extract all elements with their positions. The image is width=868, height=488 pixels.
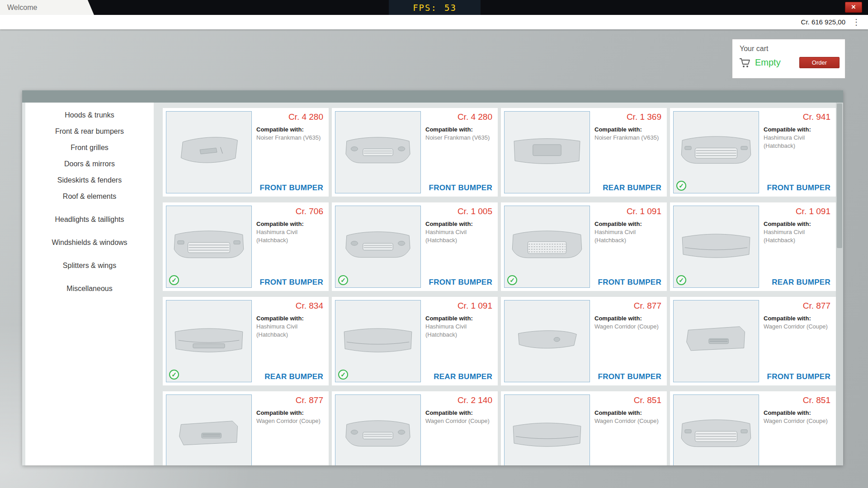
product-price: Cr. 1 005	[458, 206, 492, 216]
product-card[interactable]: Cr. 1 091 Compatible with: Hashimura Civ…	[501, 202, 667, 291]
product-compatibility: Compatible with: Hashimura Civil (Hatchb…	[594, 221, 662, 244]
product-vehicle: Hashimura Civil (Hatchback)	[256, 323, 324, 338]
product-price: Cr. 851	[634, 395, 661, 405]
product-image	[335, 394, 421, 465]
product-card[interactable]: Cr. 2 140 Compatible with: Wagen Corrido…	[332, 391, 498, 465]
sidebar-item[interactable]: Miscellaneous	[25, 281, 154, 297]
product-card[interactable]: Cr. 877 Compatible with: Wagen Corridor …	[163, 391, 329, 465]
product-compatibility: Compatible with: Wagen Corridor (Coupe)	[425, 409, 493, 425]
window-title-bar: Welcome FPS: 53 ✕	[0, 0, 868, 15]
product-compatibility: Compatible with: Wagen Corridor (Coupe)	[594, 315, 662, 331]
product-card[interactable]: Cr. 4 280 Compatible with: Noiser Frankm…	[163, 108, 329, 197]
product-compatibility: Compatible with: Hashimura Civil (Hatchb…	[256, 315, 324, 338]
product-type: FRONT BUMPER	[429, 278, 492, 287]
compatible-label: Compatible with:	[764, 409, 831, 416]
product-image	[335, 111, 421, 193]
product-compatibility: Compatible with: Wagen Corridor (Coupe)	[256, 409, 324, 425]
shop-panel: Hoods & trunks Front & rear bumpers Fron…	[22, 90, 843, 465]
product-type: FRONT BUMPER	[259, 183, 323, 192]
cart-panel: Your cart Empty Order	[732, 39, 845, 79]
product-compatibility: Compatible with: Noiser Frankman (V635)	[594, 126, 662, 142]
order-button[interactable]: Order	[799, 57, 840, 68]
shop-panel-header	[22, 90, 843, 103]
product-price: Cr. 4 280	[458, 112, 492, 122]
product-vehicle: Hashimura Civil (Hatchback)	[256, 228, 324, 244]
compatible-label: Compatible with:	[425, 221, 493, 227]
product-type: REAR BUMPER	[603, 183, 661, 192]
product-image	[335, 206, 421, 288]
product-image	[166, 206, 252, 288]
product-price: Cr. 834	[296, 301, 323, 311]
sidebar-item[interactable]: Splitters & wings	[25, 258, 154, 274]
tab-welcome[interactable]: Welcome	[0, 0, 94, 15]
product-compatibility: Compatible with: Noiser Frankman (V635)	[425, 126, 493, 142]
product-price: Cr. 877	[634, 301, 661, 311]
owned-check-icon: ✓	[507, 275, 517, 285]
product-vehicle: Hashimura Civil (Hatchback)	[425, 323, 493, 338]
sidebar-item[interactable]: Sideskirts & fenders	[25, 172, 154, 188]
product-vehicle: Wagen Corridor (Coupe)	[764, 323, 831, 331]
product-card[interactable]: Cr. 1 091 Compatible with: Hashimura Civ…	[332, 297, 498, 385]
compatible-label: Compatible with:	[425, 409, 493, 416]
sidebar-item[interactable]: Windshields & windows	[25, 235, 154, 251]
product-card[interactable]: Cr. 1 369 Compatible with: Noiser Frankm…	[501, 108, 667, 197]
product-price: Cr. 4 280	[288, 112, 323, 122]
scrollbar-track[interactable]	[836, 103, 843, 465]
product-image	[504, 111, 590, 193]
sidebar-item[interactable]: Front & rear bumpers	[25, 123, 154, 140]
fps-value: 53	[444, 3, 457, 13]
product-image	[166, 300, 252, 382]
owned-check-icon: ✓	[169, 370, 179, 380]
product-compatibility: Compatible with: Hashimura Civil (Hatchb…	[764, 221, 831, 244]
product-vehicle: Hashimura Civil (Hatchback)	[764, 228, 831, 244]
close-icon: ✕	[851, 4, 856, 10]
sidebar-item[interactable]: Roof & elements	[25, 188, 154, 205]
product-vehicle: Wagen Corridor (Coupe)	[764, 417, 831, 425]
scrollbar-thumb[interactable]	[837, 103, 842, 248]
sidebar-item[interactable]: Hoods & trunks	[25, 107, 154, 123]
owned-check-icon: ✓	[338, 275, 348, 285]
cart-title: Your cart	[740, 45, 845, 53]
menu-kebab-icon[interactable]: ⋮	[852, 15, 861, 29]
owned-check-icon: ✓	[338, 370, 348, 380]
product-grid: Cr. 4 280 Compatible with: Noiser Frankm…	[163, 103, 836, 465]
product-card[interactable]: Cr. 851 Compatible with: Wagen Corridor …	[670, 391, 836, 465]
product-card[interactable]: Cr. 4 280 Compatible with: Noiser Frankm…	[332, 108, 498, 197]
product-type: FRONT BUMPER	[767, 372, 830, 381]
product-price: Cr. 1 369	[627, 112, 661, 122]
product-vehicle: Wagen Corridor (Coupe)	[256, 417, 324, 425]
compatible-label: Compatible with:	[594, 315, 662, 322]
product-card[interactable]: Cr. 941 Compatible with: Hashimura Civil…	[670, 108, 836, 197]
sidebar-item[interactable]: Headlights & taillights	[25, 211, 154, 228]
product-card[interactable]: Cr. 834 Compatible with: Hashimura Civil…	[163, 297, 329, 385]
product-card[interactable]: Cr. 877 Compatible with: Wagen Corridor …	[501, 297, 667, 385]
product-price: Cr. 1 091	[458, 301, 492, 311]
compatible-label: Compatible with:	[256, 126, 324, 133]
sidebar-item[interactable]: Front grilles	[25, 140, 154, 156]
sidebar-item[interactable]: Doors & mirrors	[25, 156, 154, 172]
product-card[interactable]: Cr. 877 Compatible with: Wagen Corridor …	[670, 297, 836, 385]
cart-status: Empty	[755, 57, 799, 68]
product-card[interactable]: Cr. 706 Compatible with: Hashimura Civil…	[163, 202, 329, 291]
product-card[interactable]: Cr. 851 Compatible with: Wagen Corridor …	[501, 391, 667, 465]
compatible-label: Compatible with:	[594, 126, 662, 133]
product-compatibility: Compatible with: Hashimura Civil (Hatchb…	[764, 126, 831, 150]
product-price: Cr. 1 091	[796, 206, 830, 216]
product-price: Cr. 1 091	[627, 206, 661, 216]
toolbar: Cr. 616 925,00 ⋮	[0, 15, 868, 29]
owned-check-icon: ✓	[676, 181, 686, 191]
product-vehicle: Noiser Frankman (V635)	[425, 134, 493, 142]
product-card[interactable]: Cr. 1 091 Compatible with: Hashimura Civ…	[670, 202, 836, 291]
product-compatibility: Compatible with: Hashimura Civil (Hatchb…	[425, 315, 493, 338]
sidebar: Hoods & trunks Front & rear bumpers Fron…	[25, 103, 154, 465]
compatible-label: Compatible with:	[594, 409, 662, 416]
close-button[interactable]: ✕	[845, 2, 862, 13]
product-type: FRONT BUMPER	[259, 278, 323, 287]
product-image	[166, 394, 252, 465]
product-card[interactable]: Cr. 1 005 Compatible with: Hashimura Civ…	[332, 202, 498, 291]
product-vehicle: Noiser Frankman (V635)	[594, 134, 662, 142]
balance-amount: Cr. 616 925,00	[801, 15, 845, 29]
fps-label: FPS:	[413, 3, 437, 13]
product-vehicle: Noiser Frankman (V635)	[256, 134, 324, 142]
product-vehicle: Hashimura Civil (Hatchback)	[594, 228, 662, 244]
